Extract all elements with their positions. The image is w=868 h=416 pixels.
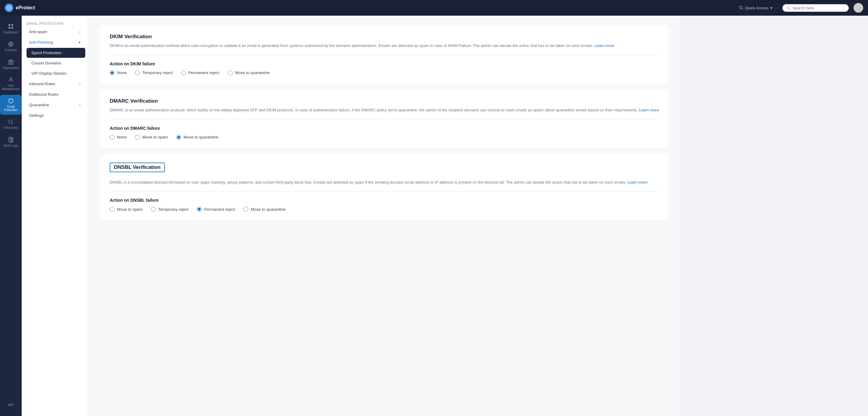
avatar[interactable]	[854, 3, 863, 13]
dmarc-option-quarantine[interactable]: Move to quarantine	[176, 135, 218, 140]
sidebar-item-domains-label: Domains	[5, 48, 17, 52]
dmarc-divider	[110, 119, 659, 120]
dkim-option-perm-reject[interactable]: Permanent reject	[181, 70, 219, 75]
dnsbl-option-quarantine[interactable]: Move to quarantine	[244, 207, 286, 212]
dmarc-learn-more[interactable]: Learn more	[639, 108, 659, 112]
search-input-icon	[786, 6, 790, 10]
dnsbl-learn-more[interactable]: Learn more	[627, 180, 647, 184]
sidebar-item-audit-logs[interactable]: Audit Logs	[0, 134, 22, 150]
globe-icon	[8, 41, 14, 47]
svg-rect-3	[9, 24, 10, 26]
sidebar-item-email-protection-label: Email Protection	[2, 105, 19, 112]
dkim-option-quarantine[interactable]: Move to quarantine	[228, 70, 270, 75]
sidebar-item-user-management[interactable]: User Management	[0, 74, 22, 94]
topbar: eProtect Quick Access ▾	[0, 0, 868, 16]
search-circle-icon	[8, 119, 14, 125]
topbar-left: eProtect	[5, 4, 35, 12]
svg-rect-4	[11, 24, 13, 26]
nav-item-settings[interactable]: Settings	[24, 110, 85, 120]
dkim-option-none[interactable]: None	[110, 70, 127, 75]
dkim-radio-perm-reject[interactable]	[181, 70, 186, 75]
grid-icon	[8, 24, 14, 30]
sidebar-item-dashboard[interactable]: Dashboard	[0, 21, 22, 37]
sidebar-item-ediscovery[interactable]: eDiscovery	[0, 116, 22, 133]
chevron-right-icon: ›	[79, 103, 81, 107]
nav-section-title: EMAIL PROTECTION	[22, 19, 88, 27]
sidebar-item-user-management-label: User Management	[2, 84, 20, 91]
dmarc-title: DMARC Verification	[110, 98, 659, 104]
search-box[interactable]	[782, 4, 849, 12]
nav-sub-anti-phishing: Spoof Protection Cousin Domains VIP Disp…	[22, 47, 88, 78]
nav-item-quarantine-label: Quarantine	[29, 103, 49, 107]
chevron-right-icon: ›	[79, 30, 81, 34]
file-icon	[8, 137, 14, 143]
collapse-button[interactable]: ⊲=	[4, 398, 18, 411]
topbar-right: Quick Access ▾	[739, 3, 863, 13]
sidebar-item-domains[interactable]: Domains	[0, 38, 22, 55]
sidebar-item-email-protection[interactable]: Email Protection	[0, 95, 22, 115]
nav-item-settings-label: Settings	[29, 113, 44, 118]
quick-access-button[interactable]: Quick Access ▾	[739, 6, 778, 10]
dnsbl-desc: DNSBL is a consolidated blocked list bas…	[110, 179, 659, 186]
dnsbl-option-perm-reject[interactable]: Permanent reject	[197, 207, 235, 212]
building-icon	[8, 59, 14, 65]
dmarc-radio-group: None Move to spam Move to quarantine	[110, 135, 659, 140]
dmarc-action-title: Action on DMARC failure	[110, 126, 659, 131]
dnsbl-option-spam[interactable]: Move to spam	[110, 207, 143, 212]
svg-point-12	[10, 78, 12, 80]
svg-rect-5	[9, 27, 10, 29]
sidebar-item-organization-label: Organization	[2, 66, 20, 70]
dmarc-radio-none[interactable]	[110, 135, 115, 140]
dmarc-radio-quarantine[interactable]	[176, 135, 181, 140]
nav-item-anti-phishing[interactable]: Anti-Phishing ▾	[24, 37, 85, 47]
dmarc-option-none[interactable]: None	[110, 135, 127, 140]
dmarc-desc: DMARC is an email authentication protoco…	[110, 107, 659, 113]
quick-access-label: Quick Access	[745, 6, 769, 10]
dkim-radio-quarantine[interactable]	[228, 70, 233, 75]
nav-item-anti-spam-label: Anti-spam	[29, 30, 47, 34]
app-title: eProtect	[16, 5, 35, 10]
dkim-option-temp-reject[interactable]: Temporary reject	[135, 70, 173, 75]
dkim-title: DKIM Verification	[110, 34, 659, 40]
chevron-down-icon: ▾	[770, 6, 772, 10]
shield-icon	[8, 98, 14, 104]
dmarc-option-spam[interactable]: Move to spam	[135, 135, 168, 140]
dkim-desc: DKIM is an email authentication method w…	[110, 43, 659, 49]
chevron-down-icon: ▾	[79, 40, 81, 44]
user-icon	[8, 77, 14, 83]
dnsbl-radio-group: Move to spam Temporary reject Permanent …	[110, 207, 659, 212]
sidebar-bottom: ⊲=	[4, 398, 18, 411]
dkim-learn-more[interactable]: Learn more	[594, 43, 614, 48]
nav-item-spoof-protection-label: Spoof Protection	[31, 50, 61, 55]
search-icon	[739, 6, 743, 10]
nav-item-cousin-domains[interactable]: Cousin Domains	[27, 58, 85, 68]
nav-item-inbound-rules[interactable]: Inbound Rules ›	[24, 79, 85, 89]
search-input[interactable]	[793, 6, 844, 10]
svg-rect-11	[10, 63, 12, 64]
logo-icon	[5, 4, 13, 12]
sidebar-item-dashboard-label: Dashboard	[4, 31, 19, 34]
nav-item-quarantine[interactable]: Quarantine ›	[24, 100, 85, 110]
nav-item-cousin-domains-label: Cousin Domains	[31, 61, 61, 65]
nav-item-spoof-protection[interactable]: Spoof Protection	[27, 48, 85, 58]
dnsbl-option-temp-reject[interactable]: Temporary reject	[151, 207, 189, 212]
nav-item-vip-display-names[interactable]: VIP Display Names	[27, 68, 85, 78]
nav-item-anti-phishing-label: Anti-Phishing	[29, 40, 53, 44]
chevron-right-icon: ›	[79, 82, 81, 86]
nav-item-outbound-rules[interactable]: Outbound Rules	[24, 90, 85, 99]
dnsbl-divider	[110, 192, 659, 192]
sidebar-item-ediscovery-label: eDiscovery	[3, 126, 18, 130]
nav-item-anti-spam[interactable]: Anti-spam ›	[24, 27, 85, 37]
dnsbl-radio-perm-reject[interactable]	[197, 207, 202, 212]
dnsbl-radio-temp-reject[interactable]	[151, 207, 156, 212]
dmarc-radio-spam[interactable]	[135, 135, 140, 140]
svg-rect-6	[11, 27, 13, 29]
dnsbl-radio-quarantine[interactable]	[244, 207, 248, 212]
dnsbl-section: DNSBL Verification DNSBL is a consolidat…	[100, 154, 669, 220]
dnsbl-title: DNSBL Verification	[110, 163, 165, 172]
sidebar-item-organization[interactable]: Organization	[0, 56, 22, 73]
dnsbl-radio-spam[interactable]	[110, 207, 115, 212]
dkim-radio-none[interactable]	[110, 70, 115, 75]
dkim-radio-temp-reject[interactable]	[135, 70, 140, 75]
dmarc-section: DMARC Verification DMARC is an email aut…	[100, 90, 669, 148]
